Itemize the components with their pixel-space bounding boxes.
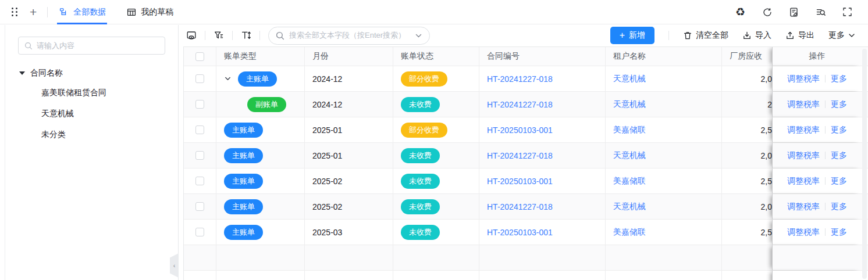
expand-chevron-icon[interactable]: [224, 75, 232, 82]
field-visibility-icon[interactable]: [185, 29, 198, 42]
import-icon: [742, 31, 752, 40]
row-more-link[interactable]: 更多: [831, 99, 847, 110]
tenant-link[interactable]: 天意机械: [613, 150, 646, 161]
row-more-link[interactable]: 更多: [831, 202, 847, 212]
bill-status-badge: 未收费: [401, 174, 440, 189]
row-more-link[interactable]: 更多: [831, 125, 847, 135]
tenant-link[interactable]: 天意机械: [613, 99, 646, 110]
bill-status-cell: 未收费: [393, 168, 479, 193]
header-bill-status[interactable]: 账单状态: [393, 47, 479, 66]
row-more-link[interactable]: 更多: [831, 74, 847, 84]
clear-all-label: 清空全部: [696, 30, 728, 41]
tree-item[interactable]: 未分类: [5, 124, 178, 145]
export-button[interactable]: 导出: [785, 30, 814, 41]
add-tab-icon[interactable]: +: [30, 6, 37, 18]
row-select-cell: [184, 117, 216, 142]
app-grid-drag-icon[interactable]: [12, 8, 18, 16]
import-button[interactable]: 导入: [742, 30, 771, 41]
record-log-icon[interactable]: [788, 6, 799, 17]
tenant-link[interactable]: 天意机械: [613, 202, 646, 212]
bill-type-badge: 主账单: [224, 225, 263, 240]
contract-link[interactable]: HT-20241227-018: [487, 151, 553, 160]
data-search-icon[interactable]: [815, 6, 826, 17]
row-checkbox[interactable]: [195, 177, 204, 185]
receivable-cell: 2,5: [722, 117, 772, 142]
adjust-tax-rate-link[interactable]: 调整税率: [787, 176, 820, 186]
tree-item[interactable]: 嘉美联储租赁合同: [5, 82, 178, 103]
row-select-cell: [184, 92, 216, 117]
row-height-icon[interactable]: [240, 29, 252, 42]
contract-link[interactable]: HT-20241227-018: [487, 74, 553, 84]
adjust-tax-rate-link[interactable]: 调整税率: [787, 150, 820, 161]
contract-link[interactable]: HT-20241227-018: [487, 100, 553, 109]
vertical-scrollbar[interactable]: [862, 49, 867, 279]
row-checkbox[interactable]: [195, 125, 204, 134]
select-all-checkbox[interactable]: [195, 52, 204, 61]
bill-type-cell: 主账单: [216, 194, 305, 219]
tenant-cell: 美嘉储联: [606, 168, 722, 193]
header-month[interactable]: 月份: [305, 47, 393, 66]
adjust-tax-rate-link[interactable]: 调整税率: [787, 99, 820, 110]
empty-table-row: [184, 245, 868, 271]
tenant-cell: 天意机械: [606, 143, 722, 168]
row-checkbox[interactable]: [195, 74, 204, 83]
tenant-cell: 天意机械: [606, 92, 722, 117]
tree-root-label: 合同名称: [30, 68, 63, 78]
contract-link[interactable]: HT-20241227-018: [487, 202, 553, 211]
tab-all-data[interactable]: 全部数据: [58, 0, 106, 24]
row-select-cell: [184, 66, 216, 91]
tree-node-contract-name[interactable]: 合同名称: [5, 64, 178, 82]
filter-icon[interactable]: [212, 29, 225, 42]
row-checkbox[interactable]: [195, 100, 204, 109]
tenant-link[interactable]: 天意机械: [613, 74, 646, 84]
select-all-cell: [184, 47, 216, 66]
header-receivable[interactable]: 厂房应收: [722, 47, 772, 66]
month-cell: 2025-01: [305, 117, 393, 142]
header-bill-type[interactable]: 账单类型: [216, 47, 305, 66]
bill-status-badge: 部分收费: [401, 123, 447, 138]
fullscreen-icon[interactable]: [842, 6, 853, 17]
adjust-tax-rate-link[interactable]: 调整税率: [787, 227, 820, 238]
adjust-tax-rate-link[interactable]: 调整税率: [787, 202, 820, 212]
row-select-cell: [184, 245, 216, 270]
header-contract-no[interactable]: 合同编号: [479, 47, 606, 66]
adjust-tax-rate-link[interactable]: 调整税率: [787, 125, 820, 135]
contract-link[interactable]: HT-20250103-001: [487, 125, 553, 135]
topbar-actions: ♻: [735, 6, 853, 17]
refresh-icon[interactable]: [762, 6, 773, 17]
month-cell: 2025-01: [305, 143, 393, 168]
header-tenant-name[interactable]: 租户名称: [606, 47, 722, 66]
contract-link[interactable]: HT-20250103-001: [487, 228, 553, 237]
sidebar-search-input[interactable]: 请输入内容: [18, 37, 165, 55]
row-checkbox[interactable]: [195, 228, 204, 236]
add-label: 新增: [629, 30, 645, 41]
tenant-link[interactable]: 美嘉储联: [613, 125, 646, 135]
caret-down-icon[interactable]: [19, 71, 25, 75]
more-button[interactable]: 更多: [828, 30, 855, 41]
chevron-down-icon[interactable]: [415, 32, 422, 40]
row-more-link[interactable]: 更多: [831, 176, 847, 186]
table-search-input[interactable]: 搜索全部文本字段（按Enter搜索）: [268, 27, 430, 45]
actions-cell: 调整税率 更多: [772, 143, 862, 168]
row-more-link[interactable]: 更多: [831, 150, 847, 161]
tab-my-drafts[interactable]: 我的草稿: [126, 0, 173, 24]
tree-item[interactable]: 天意机械: [5, 103, 178, 124]
row-checkbox[interactable]: [195, 151, 204, 160]
recycle-bin-icon[interactable]: ♻: [735, 6, 746, 17]
row-select-cell: [184, 220, 216, 245]
tenant-cell: [606, 245, 722, 270]
contract-tree: 合同名称 嘉美联储租赁合同 天意机械 未分类: [5, 64, 178, 145]
clear-all-button[interactable]: 清空全部: [683, 30, 728, 41]
row-more-link[interactable]: 更多: [831, 227, 847, 238]
adjust-tax-rate-link[interactable]: 调整税率: [787, 74, 820, 84]
row-checkbox[interactable]: [195, 202, 204, 211]
contract-no-cell: [479, 245, 606, 270]
add-record-button[interactable]: + 新增: [610, 27, 654, 44]
bill-type-badge: 主账单: [224, 123, 263, 138]
contract-no-cell: HT-20241227-018: [479, 143, 606, 168]
app-window: + 全部数据 我的草稿: [0, 0, 868, 280]
contract-link[interactable]: HT-20250103-001: [487, 177, 553, 186]
tenant-link[interactable]: 美嘉储联: [613, 176, 646, 186]
tenant-link[interactable]: 美嘉储联: [613, 227, 646, 238]
bill-type-cell: 主账单: [216, 143, 305, 168]
